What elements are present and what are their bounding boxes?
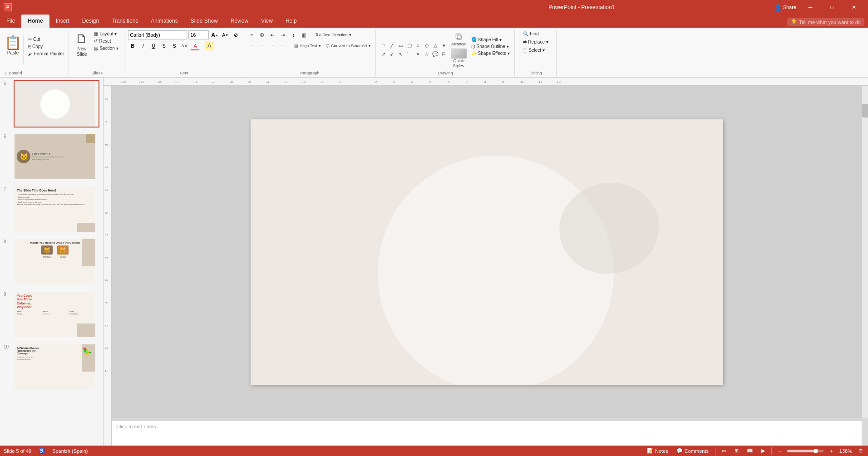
shape-arrow2[interactable]: ↙ [388, 50, 396, 58]
scroll-right[interactable] [862, 86, 868, 418]
shape-rect[interactable]: □ [380, 41, 388, 49]
share-button[interactable]: 👤 Share [774, 4, 796, 11]
find-button[interactable]: 🔍 Find [521, 30, 541, 37]
maximize-button[interactable]: □ [822, 0, 843, 15]
scroll-thumb-right[interactable] [862, 104, 868, 118]
shape-line[interactable]: ╱ [388, 41, 396, 49]
slide-item-9[interactable]: 9 You CouldUse ThreeColumns,Why Not? Sha… [0, 288, 103, 341]
shape-banner[interactable]: ⌸ [440, 50, 448, 58]
search-box[interactable]: 💡 Tell me what you want to do [787, 18, 864, 26]
zoom-in-button[interactable]: + [828, 447, 834, 455]
bullets-button[interactable]: ≡ [247, 30, 256, 39]
tab-insert[interactable]: Insert [49, 15, 76, 28]
slideshow-button[interactable]: ▶ [760, 447, 767, 455]
slide-item-10[interactable]: 10 🦜 A Picture AlwaysReinforces theConce… [0, 341, 103, 393]
shape-rect3[interactable]: ▢ [405, 41, 414, 49]
copy-button[interactable]: ⎘ Copy [26, 43, 66, 50]
select-button[interactable]: ⬚ Select ▾ [521, 47, 547, 54]
shape-diamond[interactable]: ◇ [423, 41, 431, 49]
increase-indent-button[interactable]: ⇥ [278, 30, 287, 39]
shape-freeform[interactable]: ⌒ [405, 50, 414, 58]
reading-view-button[interactable]: 📖 [745, 447, 755, 455]
slide-canvas-wrap[interactable] [112, 86, 862, 418]
tab-slideshow[interactable]: Slide Show [184, 15, 224, 28]
shape-triangle[interactable]: △ [431, 41, 439, 49]
align-right-button[interactable]: ≡ [268, 41, 277, 50]
quick-styles-button[interactable]: QuickStyles [449, 48, 469, 69]
char-spacing-button[interactable]: AV [180, 41, 189, 50]
slide-item-7[interactable]: 7 The Slide Title Goes Here! Do you know… [0, 183, 103, 235]
zoom-slider-thumb[interactable] [814, 449, 818, 453]
normal-view-button[interactable]: ▭ [720, 447, 728, 455]
cut-button[interactable]: ✂ Cut [26, 36, 66, 43]
tab-animations[interactable]: Animations [144, 15, 184, 28]
slide-item-8[interactable]: 8 Maybe You Need to Divide the Content 🐱… [0, 235, 103, 288]
slide-thumb-5[interactable] [14, 80, 99, 127]
tab-file[interactable]: File [0, 15, 21, 28]
increase-font-size-button[interactable]: A▲ [210, 30, 219, 39]
underline-button[interactable]: U [149, 41, 158, 50]
paste-button[interactable]: 📋 Paste [5, 36, 24, 64]
convert-smartart-button[interactable]: ⬡ Convert to SmartArt ▾ [324, 43, 373, 49]
shape-heart[interactable]: ☆ [423, 50, 431, 58]
reset-button[interactable]: ↺ Reset [92, 38, 120, 44]
shape-rect2[interactable]: ▭ [397, 41, 405, 49]
slide-thumb-10[interactable]: 🦜 A Picture AlwaysReinforces theConcept … [14, 343, 99, 391]
shape-outline-button[interactable]: ⬡ Shape Outline ▾ [469, 44, 512, 49]
slide-sorter-button[interactable]: ⊞ [733, 447, 740, 455]
shape-arrow[interactable]: ↗ [380, 50, 388, 58]
decrease-indent-button[interactable]: ⇤ [268, 30, 277, 39]
align-left-button[interactable]: ≡ [247, 41, 256, 50]
shape-more[interactable]: ▾ [440, 41, 448, 49]
align-center-button[interactable]: ≡ [257, 41, 266, 50]
shape-callout[interactable]: 💬 [431, 50, 439, 58]
layout-button[interactable]: ▦ Layout ▾ [92, 30, 120, 37]
arrange-button[interactable]: ⧉ Arrange [449, 30, 469, 47]
section-button[interactable]: ▤ Section ▾ [92, 45, 120, 52]
notes-button[interactable]: 📝 Notes [645, 447, 670, 455]
clear-formatting-button[interactable]: ⊘ [231, 30, 240, 39]
text-shadow-button[interactable]: S [170, 41, 179, 50]
shape-oval[interactable]: ○ [414, 41, 422, 49]
shape-effects-button[interactable]: ✨ Shape Effects ▾ [469, 50, 512, 56]
slide-thumb-9[interactable]: You CouldUse ThreeColumns,Why Not? Share… [14, 291, 99, 338]
align-text-button[interactable]: ▤ Align Text ▾ [292, 43, 323, 49]
font-size-input[interactable] [188, 30, 209, 39]
zoom-slider[interactable] [787, 450, 824, 452]
slide-thumb-8[interactable]: Maybe You Need to Divide the Content 🐱 M… [14, 238, 99, 285]
slide-thumb-6[interactable]: 🐱 Cat Power 1 These cats are a wonderful… [14, 133, 99, 180]
tab-help[interactable]: Help [279, 15, 303, 28]
line-spacing-button[interactable]: ↕ [289, 30, 298, 39]
slide-thumb-7[interactable]: The Slide Title Goes Here! Do you know w… [14, 186, 99, 233]
shape-fill-button[interactable]: 🪣 Shape Fill ▾ [469, 37, 512, 43]
slide-item-5[interactable]: 5 [0, 78, 103, 130]
strikethrough-button[interactable]: S [159, 41, 168, 50]
replace-button[interactable]: ⇄ Replace ▾ [521, 39, 551, 45]
font-name-input[interactable] [128, 30, 187, 39]
decrease-font-size-button[interactable]: A▼ [221, 30, 230, 39]
tab-home[interactable]: Home [21, 15, 49, 28]
justify-button[interactable]: ≡ [278, 41, 287, 50]
italic-button[interactable]: I [138, 41, 148, 50]
zoom-out-button[interactable]: − [776, 447, 783, 455]
accessibility-button[interactable]: ♿ [39, 448, 45, 454]
fit-slide-button[interactable]: ⊡ [857, 447, 864, 455]
highlight-color-button[interactable]: A [205, 41, 214, 50]
numbering-button[interactable]: ① [257, 30, 266, 39]
text-direction-button[interactable]: ⇅A Text Direction ▾ [313, 32, 353, 38]
font-color-button[interactable]: A [191, 41, 200, 50]
close-button[interactable]: ✕ [843, 0, 864, 15]
columns-button[interactable]: ▥ [299, 30, 308, 39]
slide-canvas[interactable] [251, 119, 723, 385]
comments-button[interactable]: 💬 Comments [675, 447, 710, 455]
notes-area[interactable]: Click to add notes [112, 421, 862, 446]
slide-item-6[interactable]: 6 🐱 Cat Power 1 These cats are a wonderf… [0, 130, 103, 183]
tab-transitions[interactable]: Transitions [105, 15, 144, 28]
new-slide-button[interactable]: 🗋 NewSlide [74, 30, 90, 70]
shape-star[interactable]: ✦ [414, 50, 422, 58]
format-painter-button[interactable]: 🖌 Format Painter [26, 50, 66, 57]
tab-design[interactable]: Design [76, 15, 105, 28]
shape-curve[interactable]: ∿ [397, 50, 405, 58]
tab-review[interactable]: Review [224, 15, 255, 28]
bold-button[interactable]: B [128, 41, 137, 50]
